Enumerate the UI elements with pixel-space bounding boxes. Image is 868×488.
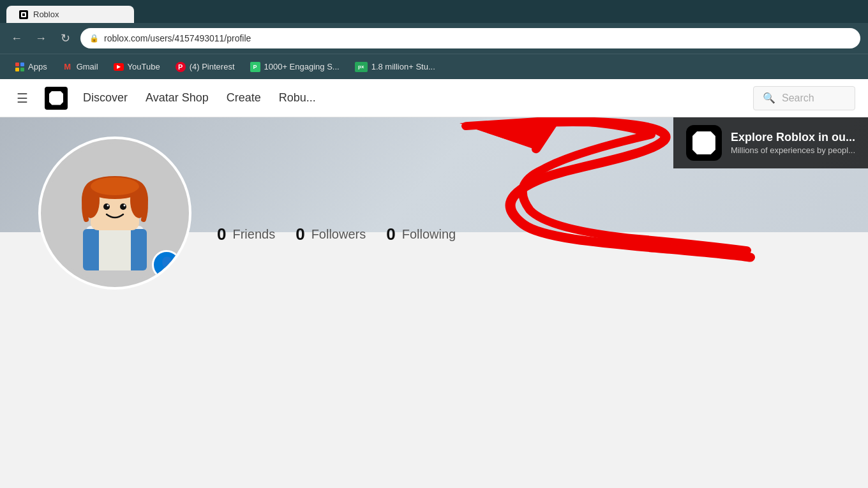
followers-count: 0 [296, 225, 304, 244]
apps-icon [15, 63, 24, 71]
following-count: 0 [386, 225, 395, 244]
forward-button[interactable]: → [32, 29, 50, 47]
person-icon: 👤 [158, 256, 176, 273]
svg-rect-6 [99, 229, 131, 270]
address-bar[interactable]: 🔒 roblox.com/users/4157493011/profile [80, 28, 860, 48]
svg-point-10 [120, 203, 126, 210]
search-icon: 🔍 [763, 92, 775, 104]
friends-label: Friends [232, 227, 275, 242]
pinterest-icon: P [176, 62, 186, 72]
app-promo-bar: Explore Roblox in ou... Millions of expe… [673, 117, 868, 168]
following-stat: 0 Following [386, 225, 456, 244]
bookmark-pinterest-label: (4) Pinterest [190, 62, 235, 71]
address-bar-row: ← → ↻ 🔒 roblox.com/users/4157493011/prof… [0, 23, 868, 54]
friends-stat: 0 Friends [217, 225, 275, 244]
hamburger-menu[interactable]: ☰ [13, 87, 32, 110]
bookmark-pixabay-label: 1.8 million+ Stu... [371, 62, 435, 71]
bookmark-youtube-label: YouTube [128, 62, 160, 71]
nav-robux[interactable]: Robu... [276, 87, 318, 108]
tab-favicon [19, 10, 28, 19]
app-promo-title: Explore Roblox in ou... [731, 131, 855, 144]
svg-point-12 [124, 205, 126, 207]
bookmarks-bar: Apps M Gmail ▶ YouTube P (4) Pinterest P… [0, 54, 868, 79]
tab-bar: Roblox [0, 0, 868, 23]
svg-point-16 [91, 177, 139, 195]
roblox-app: ☰ Discover Avatar Shop Create Robu... 🔍 … [0, 79, 868, 488]
roblox-search-bar[interactable]: 🔍 Search [753, 86, 855, 110]
nav-create[interactable]: Create [224, 87, 264, 108]
followers-label: Followers [311, 227, 366, 242]
profile-avatar-wrapper: 👤 [38, 137, 191, 290]
svg-point-11 [107, 205, 109, 207]
url-display: roblox.com/users/4157493011/profile [104, 33, 251, 43]
bookmark-engaging[interactable]: P 1000+ Engaging S... [244, 59, 346, 75]
pixabay-icon: px [355, 62, 368, 72]
roblox-logo[interactable] [45, 87, 68, 110]
bookmark-youtube[interactable]: ▶ YouTube [107, 59, 167, 74]
gmail-icon: M [63, 62, 73, 72]
engaging-icon: P [250, 62, 260, 72]
avatar-circle: 👤 [38, 137, 191, 290]
bookmark-pixabay[interactable]: px 1.8 million+ Stu... [348, 59, 442, 75]
back-button[interactable]: ← [8, 29, 26, 47]
promo-roblox-icon [686, 125, 722, 161]
nav-avatar-shop[interactable]: Avatar Shop [143, 87, 211, 108]
bookmark-pinterest[interactable]: P (4) Pinterest [169, 59, 241, 75]
svg-rect-1 [22, 13, 25, 16]
roblox-logo-mark [49, 91, 63, 105]
friends-count: 0 [217, 225, 226, 244]
bookmark-engaging-label: 1000+ Engaging S... [264, 62, 340, 71]
followers-stat: 0 Followers [296, 225, 366, 244]
app-promo-text-area: Explore Roblox in ou... Millions of expe… [731, 131, 855, 155]
online-status-badge: 👤 [152, 250, 181, 279]
browser-chrome: Roblox ← → ↻ 🔒 roblox.com/users/41574930… [0, 0, 868, 79]
bookmark-gmail[interactable]: M Gmail [56, 59, 105, 75]
youtube-icon: ▶ [114, 63, 124, 71]
profile-stats: 0 Friends 0 Followers 0 Following [217, 225, 456, 244]
active-tab[interactable]: Roblox [6, 6, 134, 23]
nav-discover[interactable]: Discover [80, 87, 130, 108]
roblox-nav: ☰ Discover Avatar Shop Create Robu... 🔍 … [0, 79, 868, 117]
bookmark-apps[interactable]: Apps [9, 59, 54, 74]
following-label: Following [402, 227, 456, 242]
tab-title: Roblox [33, 10, 59, 19]
reload-button[interactable]: ↻ [56, 29, 74, 47]
bookmark-gmail-label: Gmail [77, 62, 98, 71]
bookmark-apps-label: Apps [28, 62, 47, 71]
lock-icon: 🔒 [89, 34, 99, 43]
app-promo-subtitle: Millions of experiences by peopl... [731, 145, 855, 155]
svg-point-9 [103, 203, 110, 210]
promo-logo-mark [692, 131, 715, 154]
search-placeholder: Search [782, 92, 814, 104]
